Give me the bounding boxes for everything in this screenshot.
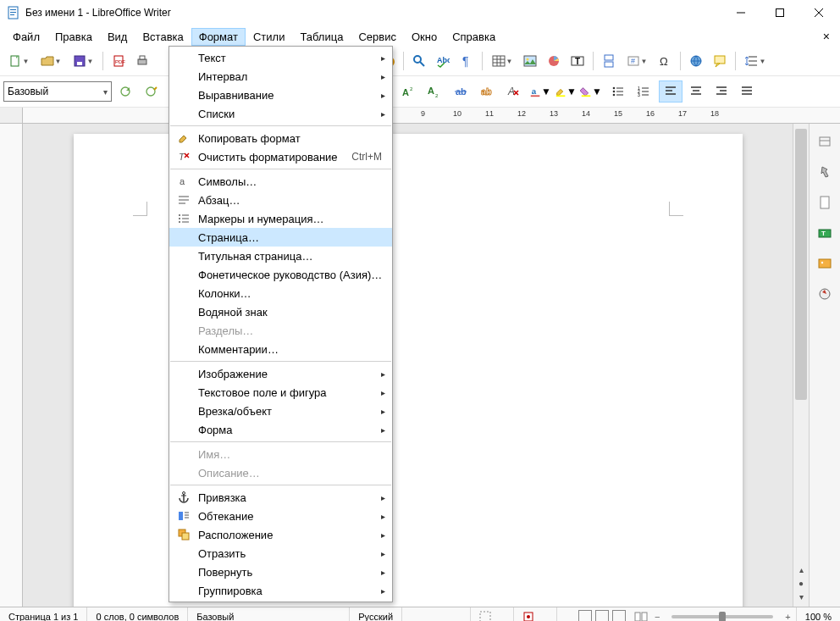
status-words[interactable]: 0 слов, 0 символов xyxy=(87,607,188,621)
insert-chart-button[interactable] xyxy=(543,50,565,72)
zoom-slider[interactable] xyxy=(671,615,773,618)
menu-item-group[interactable]: Группировка▸ xyxy=(169,581,392,600)
close-document-button[interactable]: × xyxy=(818,30,835,43)
sidebar-gallery-icon[interactable] xyxy=(812,251,837,276)
align-justify-button[interactable] xyxy=(735,80,759,103)
insert-image-button[interactable] xyxy=(519,50,541,72)
outline-style-button[interactable]: ab xyxy=(474,80,498,103)
insert-field-button[interactable]: #▼ xyxy=(622,50,652,72)
next-page-nav[interactable]: ▾ xyxy=(793,590,809,603)
status-insert-mode[interactable] xyxy=(402,607,471,621)
align-left-button[interactable] xyxy=(659,80,682,103)
menu-item-anchor[interactable]: Привязка▸ xyxy=(169,488,392,507)
menu-item-textbox[interactable]: Текстовое поле и фигура▸ xyxy=(169,383,392,402)
sidebar-properties-icon[interactable] xyxy=(812,159,837,185)
paragraph-style-combo[interactable]: Базовый xyxy=(3,81,112,102)
menu-item-image[interactable]: Изображение▸ xyxy=(169,364,392,383)
menu-view[interactable]: Вид xyxy=(100,28,135,46)
menu-item-columns[interactable]: Колонки… xyxy=(169,284,392,302)
insert-textbox-button[interactable]: T xyxy=(566,50,589,72)
background-color-button[interactable]: ▼ xyxy=(579,80,603,103)
menu-edit[interactable]: Правка xyxy=(47,28,100,46)
superscript-button[interactable]: A2 xyxy=(396,80,420,103)
insert-pagebreak-button[interactable] xyxy=(598,50,620,72)
save-button[interactable]: ▼ xyxy=(68,50,98,72)
insert-hyperlink-button[interactable] xyxy=(685,50,707,72)
spellcheck-button[interactable]: Abc xyxy=(432,50,454,72)
status-signature[interactable] xyxy=(514,607,557,621)
menu-format[interactable]: Формат xyxy=(191,28,246,46)
status-view-icons[interactable] xyxy=(572,610,633,621)
insert-table-button[interactable]: ▼ xyxy=(487,50,517,72)
update-style-button[interactable] xyxy=(113,80,137,103)
insert-comment-button[interactable] xyxy=(709,50,731,72)
menu-item-form[interactable]: Форма▸ xyxy=(169,420,392,439)
menu-item-frame[interactable]: Врезка/объект▸ xyxy=(169,402,392,420)
menu-tools[interactable]: Сервис xyxy=(351,28,404,46)
menu-item-arrange[interactable]: Расположение▸ xyxy=(169,525,392,544)
zoom-out-button[interactable]: − xyxy=(649,612,665,621)
menu-help[interactable]: Справка xyxy=(445,28,503,46)
menu-item-title-page[interactable]: Титульная страница… xyxy=(169,247,392,265)
status-language[interactable]: Русский xyxy=(350,607,402,621)
status-selection-mode[interactable] xyxy=(471,607,514,621)
page-nav-dot[interactable]: ● xyxy=(793,576,809,590)
menu-item-rotate[interactable]: Повернуть▸ xyxy=(169,563,392,581)
menu-item-clone-formatting[interactable]: Копировать формат xyxy=(169,129,392,147)
align-center-button[interactable] xyxy=(684,80,708,103)
bullet-list-button[interactable] xyxy=(606,80,630,103)
print-button[interactable] xyxy=(131,50,153,72)
align-right-button[interactable] xyxy=(710,80,733,103)
subscript-button[interactable]: A2 xyxy=(422,80,445,103)
font-color-button[interactable]: a▼ xyxy=(528,80,552,103)
open-button[interactable]: ▼ xyxy=(36,50,66,72)
number-list-button[interactable]: 123 xyxy=(632,80,655,103)
horizontal-ruler[interactable]: 9 10 11 12 13 14 15 16 17 18 xyxy=(0,108,840,124)
menu-item-clear-formatting[interactable]: TОчистить форматированиеCtrl+M xyxy=(169,147,392,166)
menu-item-spacing[interactable]: Интервал▸ xyxy=(169,67,392,86)
menu-item-bullets[interactable]: Маркеры и нумерация… xyxy=(169,209,392,228)
status-book-view[interactable] xyxy=(633,607,649,621)
minimize-button[interactable] xyxy=(721,0,760,25)
sidebar-navigator-icon[interactable] xyxy=(812,281,837,307)
menu-insert[interactable]: Вставка xyxy=(135,28,191,46)
new-style-button[interactable] xyxy=(139,80,163,103)
menu-item-page[interactable]: Страница… xyxy=(169,228,392,247)
clear-formatting-button[interactable]: A xyxy=(501,80,525,103)
menu-file[interactable]: Файл xyxy=(5,28,47,46)
scrollbar-thumb[interactable] xyxy=(795,129,807,400)
maximize-button[interactable] xyxy=(760,0,799,25)
menu-item-character[interactable]: aСимволы… xyxy=(169,172,392,191)
status-style[interactable]: Базовый xyxy=(188,607,350,621)
sidebar-page-icon[interactable] xyxy=(812,190,837,215)
sidebar-styles-icon[interactable]: T xyxy=(812,220,837,246)
line-spacing-button[interactable]: ▼ xyxy=(740,50,771,72)
menu-window[interactable]: Окно xyxy=(404,28,445,46)
document-canvas[interactable] xyxy=(23,124,793,607)
menu-item-text[interactable]: Текст▸ xyxy=(169,48,392,67)
menu-item-flip[interactable]: Отразить▸ xyxy=(169,544,392,563)
menu-item-comments[interactable]: Комментарии… xyxy=(169,340,392,358)
export-pdf-button[interactable]: PDF xyxy=(108,50,130,72)
sidebar-settings-icon[interactable] xyxy=(812,129,837,154)
vertical-scrollbar[interactable]: ▴ ● ▾ xyxy=(793,124,809,607)
menu-item-phonetic[interactable]: Фонетическое руководство (Азия)… xyxy=(169,265,392,284)
menu-styles[interactable]: Стили xyxy=(246,28,292,46)
strike-style-button[interactable]: ab xyxy=(449,80,472,103)
status-zoom[interactable]: 100 % xyxy=(796,607,840,621)
status-page[interactable]: Страница 1 из 1 xyxy=(0,607,87,621)
insert-symbol-button[interactable]: Ω xyxy=(654,50,676,72)
new-document-button[interactable]: ▼ xyxy=(3,50,34,72)
zoom-in-button[interactable]: + xyxy=(780,612,795,621)
prev-page-nav[interactable]: ▴ xyxy=(793,563,809,576)
menu-table[interactable]: Таблица xyxy=(292,28,351,46)
menu-item-paragraph[interactable]: Абзац… xyxy=(169,191,392,209)
menu-item-align[interactable]: Выравнивание▸ xyxy=(169,86,392,104)
menu-item-watermark[interactable]: Водяной знак xyxy=(169,302,392,321)
menu-item-wrap[interactable]: Обтекание▸ xyxy=(169,507,392,525)
close-button[interactable] xyxy=(799,0,838,25)
find-button[interactable] xyxy=(408,50,430,72)
vertical-ruler[interactable] xyxy=(0,124,23,607)
formatting-marks-button[interactable]: ¶ xyxy=(456,50,478,72)
highlight-button[interactable]: ▼ xyxy=(554,80,578,103)
